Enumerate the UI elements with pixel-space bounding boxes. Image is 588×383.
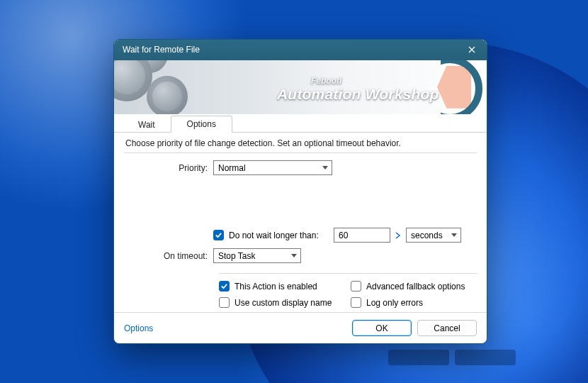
gear-icon — [147, 76, 188, 114]
log-errors-checkbox[interactable] — [351, 297, 361, 308]
dialog-wait-for-remote-file: Wait for Remote File Febooti Automation … — [113, 39, 487, 344]
titlebar: Wait for Remote File — [114, 40, 487, 60]
banner-logo — [417, 60, 482, 114]
timeout-row: Do not wait longer than: seconds — [124, 228, 477, 243]
timeout-value-input[interactable] — [334, 228, 390, 243]
timeout-unit-select[interactable]: seconds — [406, 228, 461, 243]
on-timeout-select[interactable]: Stop Task — [213, 248, 301, 263]
options-link[interactable]: Options — [124, 323, 153, 333]
on-timeout-label: On timeout: — [124, 251, 213, 261]
priority-label: Priority: — [124, 163, 213, 173]
banner: Febooti Automation Workshop — [114, 60, 487, 114]
timeout-checkbox[interactable] — [213, 230, 224, 240]
dialog-footer: Options OK Cancel — [114, 312, 487, 343]
ring-icon — [417, 60, 482, 114]
variable-picker-button[interactable] — [393, 228, 403, 243]
banner-text: Febooti Automation Workshop — [277, 76, 439, 103]
close-button[interactable] — [461, 42, 482, 57]
ok-button[interactable]: OK — [352, 320, 412, 336]
tab-bar: Wait Options — [114, 114, 487, 133]
check-icon — [215, 231, 222, 239]
content-pane: Choose priority of file change detection… — [114, 133, 487, 312]
custom-name-checkbox[interactable] — [219, 297, 230, 308]
tab-options[interactable]: Options — [171, 116, 232, 133]
background-shadow — [455, 350, 516, 365]
priority-row: Priority: Normal — [124, 160, 477, 175]
log-errors-label[interactable]: Log only errors — [366, 298, 423, 308]
window-title: Wait for Remote File — [123, 45, 461, 55]
advanced-checkbox[interactable] — [351, 281, 361, 292]
check-icon — [220, 282, 228, 290]
product-name: Automation Workshop — [277, 86, 439, 103]
arrow-right-icon — [395, 232, 401, 239]
priority-select[interactable]: Normal — [213, 160, 332, 175]
close-icon — [468, 46, 475, 53]
advanced-label[interactable]: Advanced fallback options — [366, 282, 465, 292]
tab-wait[interactable]: Wait — [123, 117, 171, 133]
timeout-checkbox-label[interactable]: Do not wait longer than: — [229, 231, 334, 240]
divider — [219, 273, 477, 274]
background-shadow — [388, 350, 449, 365]
on-timeout-row: On timeout: Stop Task — [124, 248, 477, 263]
custom-name-label[interactable]: Use custom display name — [234, 298, 332, 308]
options-grid: This Action is enabled Advanced fallback… — [219, 281, 477, 308]
cancel-button[interactable]: Cancel — [417, 320, 477, 336]
divider — [124, 152, 477, 153]
description-text: Choose priority of file change detection… — [124, 138, 477, 148]
enabled-label[interactable]: This Action is enabled — [234, 282, 317, 292]
enabled-checkbox[interactable] — [219, 281, 230, 292]
